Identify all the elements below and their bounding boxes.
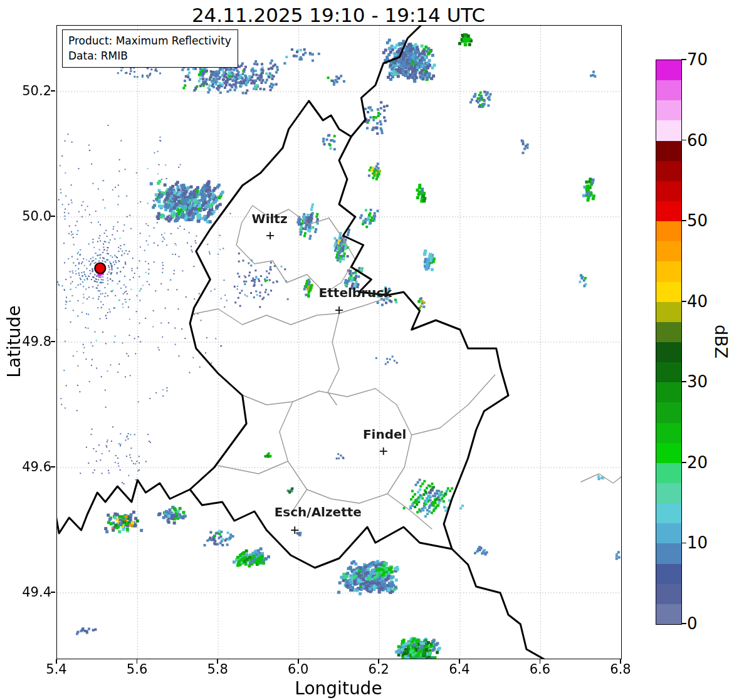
country-border (57, 480, 190, 533)
colorbar-segment (656, 60, 681, 80)
x-tick-label: 5.4 (34, 662, 78, 677)
colorbar-segment (656, 181, 681, 201)
y-axis-label: Latitude (4, 305, 24, 377)
x-tick-label: 6.8 (599, 662, 642, 677)
colorbar-segment (656, 523, 681, 543)
tick-mark (51, 466, 55, 468)
colorbar-segment (656, 141, 681, 161)
colorbar-segment (656, 402, 681, 422)
colorbar-segment (656, 80, 681, 100)
colorbar-tick-mark (681, 623, 686, 624)
colorbar-tick-label: 60 (687, 131, 708, 150)
region-border (193, 297, 390, 325)
data-source-line: Data: RMIB (68, 48, 231, 63)
colorbar-segment (656, 342, 681, 362)
colorbar-tick-mark (681, 381, 686, 382)
tick-mark (51, 216, 55, 217)
region-border (328, 313, 339, 405)
colorbar-tick-label: 10 (687, 533, 708, 552)
colorbar-segment (656, 543, 681, 563)
colorbar-tick-label: 70 (687, 50, 708, 69)
x-tick-label: 6.6 (518, 662, 562, 677)
city-marker (380, 447, 387, 455)
colorbar-tick-label: 30 (687, 372, 708, 391)
country-border (452, 549, 548, 659)
colorbar-segment (656, 322, 681, 342)
country-border (190, 101, 508, 568)
colorbar-segment (656, 201, 681, 221)
colorbar-segment (656, 120, 681, 140)
product-line: Product: Maximum Reflectivity (68, 33, 231, 48)
colorbar-segment (656, 463, 681, 483)
map-plot-area: WiltzEttelbruckFindelEsch/Alzette (56, 25, 622, 659)
colorbar-segment (656, 221, 681, 241)
x-tick-label: 5.8 (196, 662, 239, 677)
colorbar-tick-label: 20 (687, 453, 708, 472)
region-border (412, 375, 495, 435)
colorbar-segment (656, 483, 681, 503)
colorbar-segment (656, 282, 681, 302)
x-tick-label: 6.4 (438, 662, 481, 677)
colorbar-tick-mark (681, 462, 686, 463)
colorbar-segment (656, 604, 681, 624)
city-label: Esch/Alzette (275, 504, 362, 520)
tick-mark (51, 592, 55, 593)
x-axis-label: Longitude (56, 678, 621, 699)
tick-mark (51, 341, 55, 342)
colorbar-tick-label: 50 (687, 211, 708, 230)
region-border (581, 474, 621, 483)
city-marker (266, 232, 274, 239)
x-tick-label: 5.6 (115, 662, 159, 677)
city-label: Ettelbruck (319, 285, 392, 300)
colorbar-segment (656, 241, 681, 261)
colorbar (656, 60, 682, 625)
colorbar-tick-mark (681, 220, 686, 221)
colorbar-tick-label: 40 (687, 292, 708, 311)
city-label: Wiltz (252, 211, 288, 226)
colorbar-segment (656, 100, 681, 120)
y-tick-label: 49.4 (15, 585, 51, 600)
y-tick-label: 50.0 (15, 209, 51, 224)
y-tick-label: 50.2 (15, 83, 51, 98)
colorbar-tick-label: 0 (687, 614, 698, 633)
colorbar-label: dBZ (711, 325, 731, 358)
colorbar-segment (656, 443, 681, 463)
colorbar-tick-mark (681, 59, 686, 60)
colorbar-tick-mark (681, 140, 686, 141)
colorbar-segment (656, 362, 681, 382)
colorbar-segment (656, 382, 681, 402)
tick-mark (51, 90, 55, 91)
colorbar-segment (656, 302, 681, 322)
y-tick-label: 49.6 (15, 459, 51, 474)
radar-site-marker (95, 263, 105, 274)
colorbar-segment (656, 584, 681, 604)
city-label: Findel (363, 427, 407, 442)
colorbar-segment (656, 161, 681, 181)
region-border (243, 395, 293, 405)
x-tick-label: 6.0 (276, 662, 320, 677)
colorbar-segment (656, 423, 681, 443)
city-marker (291, 526, 298, 534)
colorbar-segment (656, 503, 681, 523)
country-border (351, 26, 424, 137)
region-border (387, 494, 432, 529)
figure-title: 24.11.2025 19:10 - 19:14 UTC (56, 4, 621, 26)
region-border (280, 389, 412, 503)
colorbar-segment (656, 261, 681, 281)
colorbar-tick-mark (681, 301, 686, 302)
product-info-box: Product: Maximum Reflectivity Data: RMIB (62, 29, 238, 68)
x-tick-label: 6.2 (357, 662, 401, 677)
region-border (218, 461, 288, 474)
colorbar-segment (656, 564, 681, 584)
radar-figure: 24.11.2025 19:10 - 19:14 UTC WiltzEttelb… (0, 0, 739, 700)
borders-layer (57, 26, 621, 659)
colorbar-tick-mark (681, 543, 686, 544)
